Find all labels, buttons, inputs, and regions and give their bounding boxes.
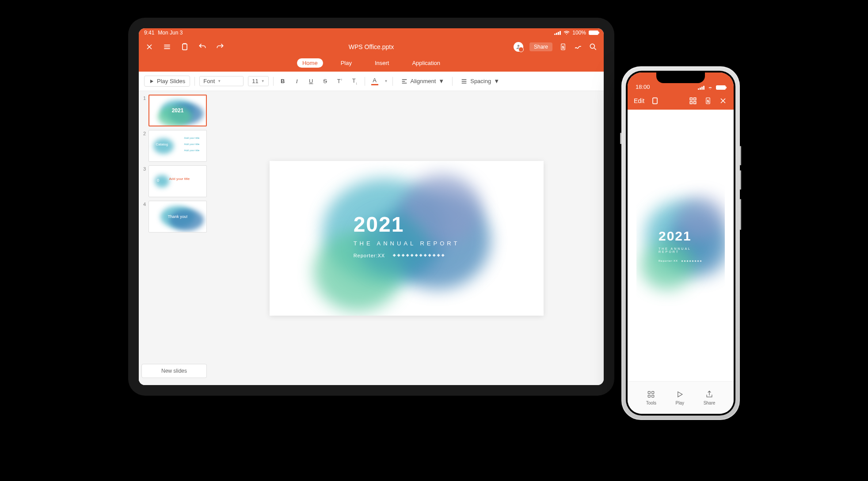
status-time: 9:41 xyxy=(144,30,154,36)
svg-rect-9 xyxy=(694,102,696,104)
slide-subtitle: THE ANNUAL REPORT xyxy=(354,240,460,247)
svg-point-4 xyxy=(590,44,594,48)
battery-icon xyxy=(716,85,726,90)
svg-point-1 xyxy=(518,45,520,47)
iphone-notch xyxy=(656,73,705,83)
chevron-down-icon: ▼ xyxy=(438,78,444,84)
slide-thumbnails-panel: 1 2021 2 Catalog Add your title Add you xyxy=(139,91,209,385)
spacing-select[interactable]: Spacing ▼ xyxy=(457,76,503,86)
iphone-slide-canvas[interactable]: 2021 THE ANNUAL REPORT Reporter:XX xyxy=(636,179,725,312)
single-page-icon[interactable]: 1 xyxy=(559,42,567,51)
svg-text:1: 1 xyxy=(707,99,709,103)
search-icon[interactable] xyxy=(589,42,598,51)
share-button[interactable]: Share xyxy=(704,390,716,405)
svg-rect-6 xyxy=(690,98,692,100)
clipboard-icon[interactable] xyxy=(651,96,659,105)
iphone-bottom-toolbar: Tools Play Share xyxy=(628,381,734,414)
iphone-device: 18:00 Edit 1 xyxy=(621,66,740,420)
menu-icon[interactable] xyxy=(163,42,171,51)
iphone-status-time: 18:00 xyxy=(636,84,650,90)
tab-insert[interactable]: Insert xyxy=(369,58,395,68)
slide-thumbnail[interactable]: 1 2021 xyxy=(141,95,207,126)
superscript-button[interactable]: T↑ xyxy=(335,77,345,85)
play-button[interactable]: Play xyxy=(675,390,684,405)
thumbnail-number: 4 xyxy=(141,201,146,233)
edit-button[interactable]: Edit xyxy=(634,97,644,104)
cellular-signal-icon xyxy=(554,31,561,35)
strikethrough-button[interactable]: S xyxy=(320,77,330,85)
close-icon[interactable] xyxy=(719,96,727,105)
decorative-dots xyxy=(681,260,701,262)
iphone-slide-area[interactable]: 2021 THE ANNUAL REPORT Reporter:XX xyxy=(628,110,734,381)
power-button xyxy=(740,199,741,230)
font-color-button[interactable]: A xyxy=(369,76,380,86)
status-date: Mon Jun 3 xyxy=(158,30,183,36)
slide-canvas-area[interactable]: 2021 THE ANNUAL REPORT Reporter:XX xyxy=(209,91,604,385)
undo-icon[interactable] xyxy=(198,42,207,51)
slide-thumbnail[interactable]: 2 Catalog Add your title Add your title … xyxy=(141,130,207,162)
wifi-icon xyxy=(563,30,570,36)
redo-icon[interactable] xyxy=(216,42,225,51)
underline-button[interactable]: U xyxy=(306,77,316,85)
iphone-slide-reporter: Reporter:XX xyxy=(659,260,678,262)
app-header: WPS Office.pptx Share 1 xyxy=(139,37,604,57)
svg-rect-8 xyxy=(690,102,692,104)
chevron-down-icon[interactable]: ▼ xyxy=(385,79,388,83)
subscript-button[interactable]: T↓ xyxy=(350,76,360,86)
decorative-dots xyxy=(393,254,444,256)
cellular-signal-icon xyxy=(698,86,704,90)
toolbar-divider xyxy=(194,77,195,86)
slide-year: 2021 xyxy=(354,212,460,237)
grid-view-icon[interactable] xyxy=(689,96,697,105)
play-slides-label: Play Slides xyxy=(157,78,185,84)
font-size-select[interactable]: 11▼ xyxy=(248,76,268,86)
iphone-screen: 18:00 Edit 1 xyxy=(628,73,734,414)
toolbar-divider xyxy=(392,77,393,86)
bold-button[interactable]: B xyxy=(278,77,288,85)
alignment-select[interactable]: Alignment ▼ xyxy=(397,76,448,86)
formatting-toolbar: Play Slides Font▼ 11▼ B I U S T↑ T↓ A ▼ … xyxy=(139,72,604,91)
tab-play[interactable]: Play xyxy=(335,58,357,68)
share-button[interactable]: Share xyxy=(529,42,552,51)
chevron-down-icon: ▼ xyxy=(217,79,221,83)
user-avatar[interactable] xyxy=(514,42,523,52)
svg-rect-13 xyxy=(652,391,654,393)
new-slides-button[interactable]: New slides xyxy=(141,364,207,378)
close-icon[interactable] xyxy=(145,42,154,51)
slide-thumbnail[interactable]: 4 Thank you! xyxy=(141,201,207,233)
content-area: 1 2021 2 Catalog Add your title Add you xyxy=(139,91,604,385)
ribbon-tabs: Home Play Insert Application xyxy=(139,57,604,72)
iphone-slide-year: 2021 xyxy=(659,229,703,244)
single-page-icon[interactable]: 1 xyxy=(704,96,712,105)
thumbnail-number: 3 xyxy=(141,165,146,197)
draw-icon[interactable] xyxy=(574,42,582,51)
slide-canvas[interactable]: 2021 THE ANNUAL REPORT Reporter:XX xyxy=(270,161,544,316)
share-label: Share xyxy=(704,401,716,405)
tools-button[interactable]: Tools xyxy=(646,390,656,405)
tab-home[interactable]: Home xyxy=(297,58,323,68)
font-family-select[interactable]: Font▼ xyxy=(199,76,244,86)
svg-rect-5 xyxy=(653,98,657,103)
svg-rect-15 xyxy=(652,395,654,397)
thumbnail-number: 2 xyxy=(141,130,146,162)
tools-label: Tools xyxy=(646,401,656,405)
wifi-icon xyxy=(707,85,714,90)
slide-thumbnail[interactable]: 3 0 Add your title xyxy=(141,165,207,197)
silence-switch xyxy=(620,133,621,144)
slide-reporter: Reporter:XX xyxy=(354,253,385,258)
volume-up-button xyxy=(740,146,741,165)
chevron-down-icon: ▼ xyxy=(494,78,499,84)
toolbar-divider xyxy=(452,77,453,86)
tab-application[interactable]: Application xyxy=(407,58,445,68)
svg-rect-14 xyxy=(648,395,651,397)
play-slides-button[interactable]: Play Slides xyxy=(144,76,190,87)
thumbnail-number: 1 xyxy=(141,95,146,126)
italic-button[interactable]: I xyxy=(292,77,302,86)
svg-rect-12 xyxy=(648,391,651,393)
clipboard-icon[interactable] xyxy=(180,42,189,51)
ipad-status-bar: 9:41 Mon Jun 3 100% xyxy=(139,28,604,37)
toolbar-divider xyxy=(365,77,365,86)
ipad-screen: 9:41 Mon Jun 3 100% WPS Office.pptx xyxy=(139,28,604,385)
play-label: Play xyxy=(676,401,684,405)
toolbar-divider xyxy=(273,77,274,86)
